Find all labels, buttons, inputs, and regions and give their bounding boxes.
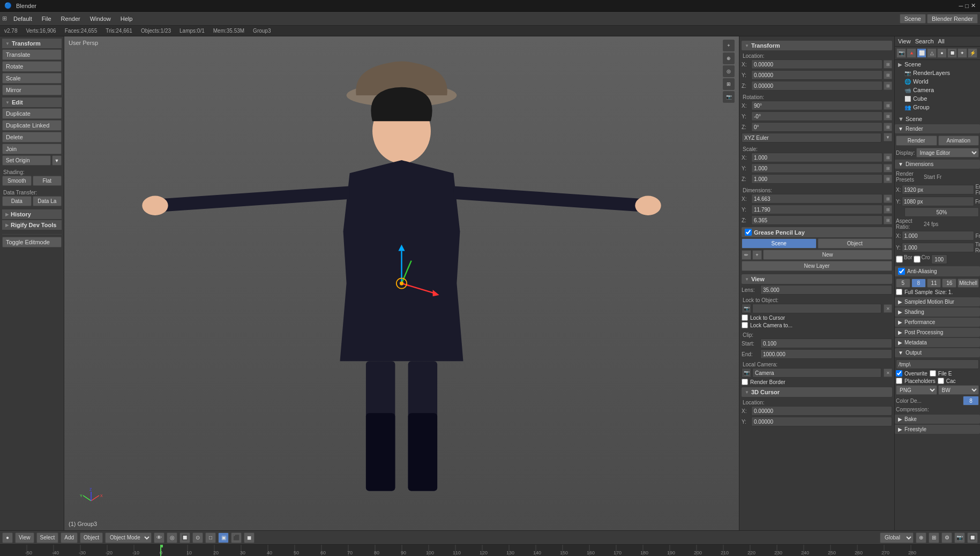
cro-checkbox[interactable] bbox=[914, 254, 921, 264]
camera-clear-btn[interactable]: ✕ bbox=[884, 369, 892, 377]
maximize-btn[interactable]: □ bbox=[965, 3, 969, 9]
format-select[interactable]: PNG bbox=[896, 385, 937, 395]
render-icon-obj[interactable]: ⬜ bbox=[917, 48, 926, 58]
rot-z-copy[interactable]: ⊞ bbox=[884, 123, 892, 131]
set-origin-btn[interactable]: Set Origin bbox=[2, 155, 51, 166]
performance-section[interactable]: ▶ Performance bbox=[895, 318, 980, 327]
output-section[interactable]: ▼ Output bbox=[895, 348, 980, 357]
cache-checkbox[interactable] bbox=[938, 378, 944, 384]
scale-z-field[interactable] bbox=[751, 174, 882, 184]
gp-add-icon[interactable]: + bbox=[752, 250, 762, 260]
res-y-field[interactable] bbox=[902, 197, 974, 206]
render-preview-icon[interactable]: ◼ bbox=[244, 532, 255, 543]
res-pct-field[interactable] bbox=[904, 207, 979, 217]
aa-5-btn[interactable]: 5 bbox=[896, 279, 910, 288]
pivot-icon[interactable]: ◎ bbox=[167, 532, 177, 543]
output-path-field[interactable] bbox=[896, 359, 979, 369]
camera-item[interactable]: 📹 Camera bbox=[895, 86, 980, 94]
help-menu[interactable]: Help bbox=[116, 14, 137, 23]
res-x-field[interactable] bbox=[902, 185, 974, 194]
aa-mitchell-btn[interactable]: Mitchell bbox=[957, 279, 979, 288]
view-section[interactable]: ▼ View bbox=[742, 274, 892, 284]
clip-end-field[interactable] bbox=[760, 349, 892, 359]
overlay-icon-3[interactable]: ⚙ bbox=[941, 532, 952, 543]
tree-view-btn[interactable]: View bbox=[898, 38, 911, 44]
render-icon-cam[interactable]: 📷 bbox=[896, 48, 906, 58]
engine-selector[interactable]: Blender Render bbox=[927, 14, 978, 24]
minimize-btn[interactable]: ─ bbox=[959, 3, 963, 9]
cube-item[interactable]: ⬜ Cube bbox=[895, 94, 980, 103]
dim-y-copy[interactable]: ⊞ bbox=[884, 205, 892, 214]
loc-z-field[interactable] bbox=[751, 81, 882, 91]
render-icon-scene[interactable]: 🔺 bbox=[907, 48, 916, 58]
timeline[interactable]: -50 -40 -30 -20 -10 0 10 20 30 40 bbox=[0, 544, 980, 556]
placeholders-checkbox[interactable] bbox=[896, 378, 902, 384]
render-section-header[interactable]: ▼ Render bbox=[895, 124, 980, 133]
object-menu-btn[interactable]: Object bbox=[80, 532, 103, 543]
loc-x-copy[interactable]: ⊞ bbox=[884, 60, 892, 69]
cursor-section[interactable]: ▼ 3D Cursor bbox=[742, 387, 892, 397]
add-btn[interactable]: Add bbox=[61, 532, 78, 543]
file-ext-checkbox[interactable] bbox=[930, 370, 936, 377]
gp-new-btn[interactable]: New bbox=[763, 250, 892, 260]
dim-z-copy[interactable]: ⊞ bbox=[884, 216, 892, 224]
rot-z-field[interactable] bbox=[751, 122, 882, 132]
gp-draw-icon[interactable]: ✏ bbox=[742, 250, 751, 260]
data-btn[interactable]: Data bbox=[2, 196, 32, 206]
data-la-btn[interactable]: Data La bbox=[33, 196, 62, 206]
rot-y-field[interactable] bbox=[751, 111, 882, 121]
toggle-editmode-btn[interactable]: Toggle Editmode bbox=[2, 237, 62, 247]
render-icon-phys[interactable]: ⚡ bbox=[968, 48, 977, 58]
transform-section[interactable]: ▼ Transform bbox=[742, 41, 892, 50]
camera-field[interactable] bbox=[752, 368, 881, 378]
proportional-icon[interactable]: ⊙ bbox=[192, 532, 203, 543]
cursor-y-field[interactable] bbox=[751, 417, 892, 426]
rotate-btn[interactable]: Rotate bbox=[2, 61, 62, 72]
set-origin-dropdown[interactable]: ▼ bbox=[52, 155, 62, 166]
scale-z-copy[interactable]: ⊞ bbox=[884, 175, 892, 183]
metadata-section[interactable]: ▶ Metadata bbox=[895, 338, 980, 347]
dim-x-copy[interactable]: ⊞ bbox=[884, 194, 892, 203]
dim-y-field[interactable] bbox=[751, 205, 882, 214]
tree-all-btn[interactable]: All bbox=[938, 38, 945, 44]
nav-icon-3[interactable]: ◎ bbox=[723, 65, 735, 77]
scale-y-copy[interactable]: ⊞ bbox=[884, 164, 892, 172]
gp-checkbox[interactable] bbox=[745, 229, 752, 236]
scene-item[interactable]: ▶ Scene bbox=[895, 60, 980, 69]
lock-camera-checkbox[interactable] bbox=[742, 322, 748, 328]
smooth-btn[interactable]: Smooth bbox=[2, 176, 32, 186]
aa-checkbox[interactable] bbox=[898, 268, 905, 275]
scene-selector[interactable]: Scene bbox=[900, 14, 926, 24]
edit-header[interactable]: ▼ Edit bbox=[2, 97, 62, 107]
transform-orientation[interactable]: Global Local Normal bbox=[880, 532, 914, 543]
duplicate-linked-btn[interactable]: Duplicate Linked bbox=[2, 120, 62, 131]
flat-btn[interactable]: Flat bbox=[33, 176, 62, 186]
loc-z-copy[interactable]: ⊞ bbox=[884, 81, 892, 90]
aspect-x-field[interactable] bbox=[902, 231, 974, 241]
color-depth-field[interactable] bbox=[963, 396, 979, 405]
dim-z-field[interactable] bbox=[751, 215, 882, 225]
overlay-icon-4[interactable]: 📷 bbox=[954, 532, 965, 543]
mode-icon-btn[interactable]: ● bbox=[2, 532, 13, 543]
mirror-btn[interactable]: Mirror bbox=[2, 85, 62, 95]
lock-cursor-checkbox[interactable] bbox=[742, 314, 748, 321]
scale-x-field[interactable] bbox=[751, 153, 882, 162]
grease-pencil-section[interactable]: Grease Pencil Lay bbox=[742, 227, 892, 237]
lock-camera-icon[interactable]: 📷 bbox=[742, 304, 751, 313]
close-btn[interactable]: ✕ bbox=[971, 2, 976, 9]
nav-icon-4[interactable]: ⊞ bbox=[723, 78, 735, 90]
cursor-x-field[interactable] bbox=[751, 406, 892, 416]
rotation-mode-btn[interactable]: ▼ bbox=[884, 133, 892, 141]
render-menu[interactable]: Render bbox=[57, 14, 85, 23]
overwrite-checkbox[interactable] bbox=[896, 370, 902, 377]
world-item[interactable]: 🌐 World bbox=[895, 77, 980, 86]
post-processing-section[interactable]: ▶ Post Processing bbox=[895, 328, 980, 337]
render-icon-mat[interactable]: ● bbox=[937, 48, 947, 58]
view-3d-btn[interactable]: View bbox=[15, 532, 34, 543]
transform-header[interactable]: ▼ Transform bbox=[2, 39, 62, 48]
loc-y-field[interactable] bbox=[751, 70, 882, 80]
freestyle-section[interactable]: ▶ Freestyle bbox=[895, 425, 980, 434]
dim-x-field[interactable] bbox=[751, 194, 882, 204]
select-btn[interactable]: Select bbox=[36, 532, 59, 543]
shading-render-section[interactable]: ▶ Shading bbox=[895, 307, 980, 317]
